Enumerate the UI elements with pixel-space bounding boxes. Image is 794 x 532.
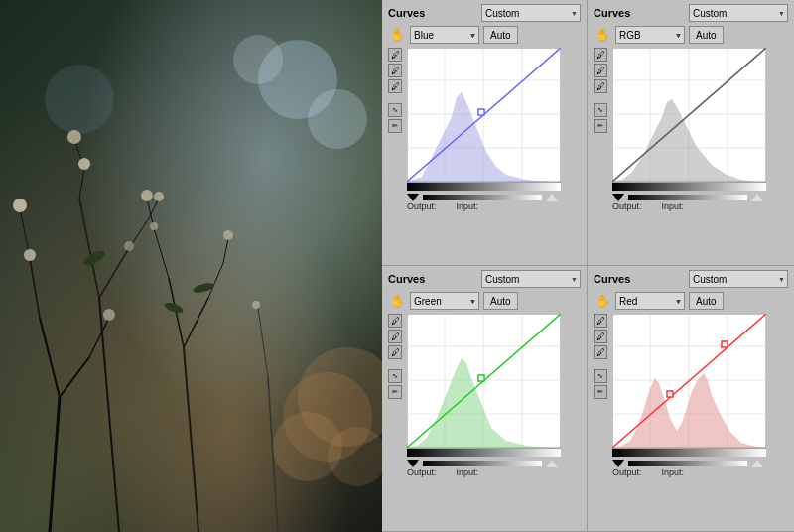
eyedropper-gray-green[interactable]: 🖊 bbox=[388, 330, 402, 343]
channel-row-blue: ✋ Blue ▼ Auto bbox=[388, 26, 581, 44]
panel-bottom-blue bbox=[407, 194, 581, 201]
panel-bottom-red bbox=[612, 460, 788, 467]
white-point-red[interactable] bbox=[751, 460, 763, 467]
eyedropper-white-red[interactable]: 🖊 bbox=[594, 345, 607, 359]
photo-background bbox=[0, 0, 382, 532]
pencil-tool-blue[interactable]: ✏ bbox=[388, 119, 402, 133]
graph-area-rgb[interactable]: Output: Input: bbox=[612, 48, 788, 261]
eyedropper-black-red[interactable]: 🖊 bbox=[594, 314, 607, 328]
pencil-tool-rgb[interactable]: ✏ bbox=[594, 119, 607, 133]
preset-select-wrapper-red[interactable]: Custom bbox=[689, 270, 788, 288]
svg-rect-54 bbox=[407, 183, 561, 191]
eyedropper-gray-blue[interactable]: 🖊 bbox=[388, 64, 402, 77]
panel-title-red: Curves bbox=[594, 273, 630, 285]
pencil-tool-green[interactable]: ✏ bbox=[388, 385, 402, 399]
io-row-red: Output: Input: bbox=[612, 467, 788, 477]
panel-bottom-rgb bbox=[612, 194, 788, 201]
channel-select-wrapper-red[interactable]: Red ▼ bbox=[615, 292, 685, 310]
panel-bottom-green bbox=[407, 460, 581, 467]
eyedropper-white-blue[interactable]: 🖊 bbox=[388, 79, 402, 93]
eyedropper-white-green[interactable]: 🖊 bbox=[388, 345, 402, 359]
smooth-tool-green[interactable]: ∿ bbox=[388, 369, 402, 383]
panel-header-rgb: Curves Custom bbox=[594, 4, 788, 22]
output-label-rgb: Output: bbox=[612, 201, 642, 211]
curves-panel-rgb: Curves Custom ✋ RGB ▼ Auto bbox=[588, 0, 794, 266]
graph-area-green[interactable]: Output: Input: bbox=[407, 314, 581, 527]
eyedropper-gray-rgb[interactable]: 🖊 bbox=[594, 64, 607, 77]
channel-row-rgb: ✋ RGB ▼ Auto bbox=[594, 26, 788, 44]
curve-svg-rgb[interactable] bbox=[612, 48, 766, 192]
auto-btn-green[interactable]: Auto bbox=[483, 292, 518, 310]
io-row-blue: Output: Input: bbox=[407, 201, 581, 211]
smooth-tool-red[interactable]: ∿ bbox=[594, 369, 607, 383]
svg-rect-90 bbox=[612, 449, 766, 457]
black-point-red[interactable] bbox=[612, 460, 624, 467]
channel-select-wrapper-rgb[interactable]: RGB ▼ bbox=[615, 26, 685, 44]
panel-title-blue: Curves bbox=[388, 7, 425, 19]
side-tools-red: 🖊 🖊 🖊 ∿ ✏ bbox=[594, 314, 609, 527]
hand-icon-red[interactable]: ✋ bbox=[594, 292, 611, 310]
svg-rect-89 bbox=[667, 391, 673, 397]
input-label-red: Input: bbox=[662, 467, 685, 477]
svg-rect-65 bbox=[407, 449, 561, 457]
preset-select-wrapper-blue[interactable]: Custom bbox=[481, 4, 581, 22]
white-point-rgb[interactable] bbox=[751, 194, 763, 201]
eyedropper-white-rgb[interactable]: 🖊 bbox=[594, 79, 607, 93]
output-label-red: Output: bbox=[612, 467, 642, 477]
left-panels-column: Curves Custom ✋ Blue ▼ Auto bbox=[382, 0, 588, 532]
smooth-tool-rgb[interactable]: ∿ bbox=[594, 103, 607, 117]
eyedropper-gray-red[interactable]: 🖊 bbox=[594, 330, 607, 343]
panels-container: Curves Custom ✋ Blue ▼ Auto bbox=[382, 0, 794, 532]
auto-btn-blue[interactable]: Auto bbox=[483, 26, 518, 44]
eyedropper-black-green[interactable]: 🖊 bbox=[388, 314, 402, 328]
io-row-green: Output: Input: bbox=[407, 467, 581, 477]
panel-header-red: Curves Custom bbox=[594, 270, 788, 288]
hand-icon-rgb[interactable]: ✋ bbox=[594, 26, 611, 44]
side-tools-blue: 🖊 🖊 🖊 ∿ ✏ bbox=[388, 48, 404, 261]
hand-icon-green[interactable]: ✋ bbox=[388, 292, 406, 310]
white-point-green[interactable] bbox=[546, 460, 558, 467]
output-label-blue: Output: bbox=[407, 201, 437, 211]
auto-btn-red[interactable]: Auto bbox=[689, 292, 724, 310]
preset-select-blue[interactable]: Custom bbox=[481, 4, 581, 22]
pencil-tool-red[interactable]: ✏ bbox=[594, 385, 607, 399]
curves-panel-red: Curves Custom ✋ Red ▼ Auto bbox=[588, 266, 794, 532]
svg-rect-53 bbox=[478, 109, 484, 115]
graph-area-blue[interactable]: Output: Input: bbox=[407, 48, 581, 261]
black-point-green[interactable] bbox=[407, 460, 419, 467]
hand-icon-blue[interactable]: ✋ bbox=[388, 26, 406, 44]
preset-select-wrapper-green[interactable]: Custom bbox=[481, 270, 581, 288]
channel-select-wrapper-green[interactable]: Green ▼ bbox=[410, 292, 479, 310]
channel-select-blue[interactable]: Blue bbox=[410, 26, 479, 44]
svg-rect-78 bbox=[612, 183, 766, 191]
auto-btn-rgb[interactable]: Auto bbox=[689, 26, 724, 44]
channel-select-rgb[interactable]: RGB bbox=[615, 26, 685, 44]
preset-select-rgb[interactable]: Custom bbox=[689, 4, 788, 22]
channel-select-green[interactable]: Green bbox=[410, 292, 479, 310]
panel-content-rgb: 🖊 🖊 🖊 ∿ ✏ bbox=[594, 48, 788, 261]
input-label-rgb: Input: bbox=[662, 201, 685, 211]
curve-svg-red[interactable] bbox=[612, 314, 766, 458]
preset-select-wrapper-rgb[interactable]: Custom bbox=[689, 4, 788, 22]
curve-svg-blue[interactable] bbox=[407, 48, 561, 192]
panel-content-red: 🖊 🖊 🖊 ∿ ✏ bbox=[594, 314, 788, 527]
white-point-blue[interactable] bbox=[546, 194, 558, 201]
preset-select-red[interactable]: Custom bbox=[689, 270, 788, 288]
black-point-blue[interactable] bbox=[407, 194, 419, 201]
eyedropper-black-rgb[interactable]: 🖊 bbox=[594, 48, 607, 62]
preset-select-green[interactable]: Custom bbox=[481, 270, 581, 288]
smooth-tool-blue[interactable]: ∿ bbox=[388, 103, 402, 117]
point-icons-blue bbox=[407, 194, 558, 201]
channel-select-wrapper-blue[interactable]: Blue ▼ bbox=[410, 26, 479, 44]
side-tools-rgb: 🖊 🖊 🖊 ∿ ✏ bbox=[594, 48, 609, 261]
graph-area-red[interactable]: Output: Input: bbox=[612, 314, 788, 527]
black-point-rgb[interactable] bbox=[612, 194, 624, 201]
panel-content-blue: 🖊 🖊 🖊 ∿ ✏ bbox=[388, 48, 581, 261]
channel-select-red[interactable]: Red bbox=[615, 292, 685, 310]
panel-header-blue: Curves Custom bbox=[388, 4, 581, 22]
eyedropper-black-blue[interactable]: 🖊 bbox=[388, 48, 402, 62]
curve-svg-green[interactable] bbox=[407, 314, 561, 458]
output-label-green: Output: bbox=[407, 467, 437, 477]
channel-row-red: ✋ Red ▼ Auto bbox=[594, 292, 788, 310]
input-label-green: Input: bbox=[457, 467, 479, 477]
